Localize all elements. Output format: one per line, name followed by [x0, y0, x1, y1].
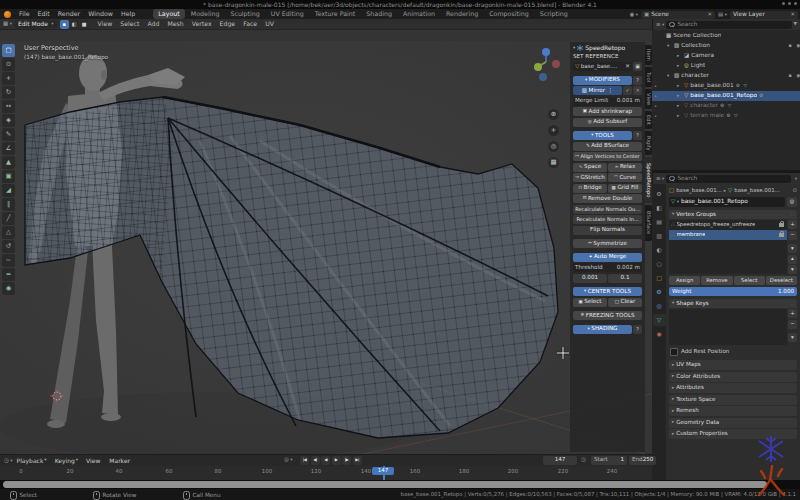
- grid-fill-button[interactable]: ▦Grid Fill: [608, 184, 642, 193]
- vertex-select-mode[interactable]: ▪: [60, 20, 69, 29]
- frame-start-field[interactable]: Start1: [591, 456, 627, 465]
- viewport-menu[interactable]: Edge: [216, 21, 240, 27]
- collapsed-panel-header[interactable]: ▸Color Attributes: [669, 372, 797, 382]
- collapsed-panel-header[interactable]: ▸Geometry Data: [669, 418, 797, 428]
- move-group-down-button[interactable]: ▾: [788, 265, 797, 274]
- outliner-row[interactable]: ▾ ▧ character ▪ ◉ ▣: [652, 71, 800, 81]
- play-button[interactable]: ▶: [332, 456, 341, 465]
- expand-icon[interactable]: ▸: [677, 114, 682, 119]
- add-vertex-group-button[interactable]: +: [788, 220, 797, 229]
- workspace-tab[interactable]: Rendering: [441, 9, 483, 18]
- add-bsurface-button[interactable]: ✎Add BSurface: [573, 142, 642, 151]
- smooth-tool[interactable]: ~: [2, 254, 15, 267]
- npanel-tab[interactable]: Rigify: [645, 131, 652, 155]
- visibility-icons[interactable]: ▪ ◉ ▣: [788, 74, 800, 79]
- npanel-tab[interactable]: BSurface: [645, 205, 652, 241]
- shading-header-button[interactable]: ▾SHADING: [573, 325, 632, 334]
- cursor-tool[interactable]: ⊙: [2, 58, 15, 71]
- viewport-menu[interactable]: Face: [239, 21, 261, 27]
- modifiers-help-button[interactable]: ?: [633, 76, 642, 85]
- viewport-menu[interactable]: UV: [261, 21, 278, 27]
- breadcrumb[interactable]: □base_base.001... ▸ ▽base_base.001... ⊙: [669, 187, 797, 195]
- scene-selector[interactable]: ▣ Scene ✕: [641, 11, 715, 19]
- outliner-item-label[interactable]: Camera: [691, 53, 714, 59]
- next-keyframe-button[interactable]: |▶: [342, 456, 351, 465]
- topbar-menu[interactable]: Help: [117, 11, 139, 17]
- npanel-tab[interactable]: Item: [645, 45, 652, 65]
- viewport-menu[interactable]: Select: [116, 21, 143, 27]
- rotate-tool[interactable]: ↻: [2, 86, 15, 99]
- lock-icon[interactable]: [779, 223, 784, 227]
- collapsed-panel-header[interactable]: ▸UV Maps: [669, 360, 797, 370]
- outliner-item-label[interactable]: character: [690, 103, 718, 109]
- outliner-row[interactable]: • ▸ ▽ base_base.001_Retopo ⚙ ◉ ▣: [652, 91, 800, 101]
- topbar-menu[interactable]: Edit: [34, 11, 54, 17]
- panel-grip-icon[interactable]: ∷: [791, 212, 794, 217]
- properties-tab-world[interactable]: ○: [653, 258, 666, 270]
- outliner-item-label[interactable]: Collection: [681, 43, 710, 49]
- remove-shape-key-button[interactable]: −: [788, 320, 797, 329]
- vertex-group-item[interactable]: ∴ Speedretopo_freeze_unfreeze: [669, 220, 787, 230]
- face-select-mode[interactable]: ■: [80, 20, 89, 29]
- bridge-button[interactable]: ⊓Bridge: [573, 184, 607, 193]
- outliner-row[interactable]: ▸ ◎ Light ◉ ▣: [652, 61, 800, 71]
- zoom-icon[interactable]: ⊕: [548, 109, 559, 120]
- gizmo-z-axis[interactable]: [542, 48, 550, 56]
- scale-tool[interactable]: ↔: [2, 100, 15, 113]
- outliner-row[interactable]: ▾ ▧ Collection ▪ ◉ ▣: [652, 41, 800, 51]
- threshold-preset-low-button[interactable]: 0.001: [573, 274, 607, 283]
- move-group-up-button[interactable]: ▴: [788, 255, 797, 264]
- outliner-item-label[interactable]: character: [681, 73, 709, 79]
- 3d-viewport[interactable]: User Perspective (147) base_base.001_Ret…: [0, 41, 652, 454]
- outliner-item-label[interactable]: terran male: [690, 113, 724, 119]
- playhead-frame-badge[interactable]: 147: [372, 467, 394, 475]
- view-layer-remove-icon[interactable]: ✕: [790, 12, 795, 18]
- jump-to-end-button[interactable]: ▶|: [353, 456, 362, 465]
- center-tools-header-button[interactable]: ▾CENTER TOOLS: [573, 287, 642, 296]
- outliner-item-label[interactable]: base_base.001_Retopo: [690, 93, 757, 99]
- outliner-search-input[interactable]: Search: [666, 21, 791, 29]
- shape-key-specials-dropdown[interactable]: ▾: [788, 333, 797, 342]
- lock-icon[interactable]: [779, 233, 784, 237]
- outliner-filter-icon[interactable]: ▼: [794, 22, 797, 27]
- collapsed-panel-header[interactable]: ▸Attributes: [669, 383, 797, 393]
- panel-grip-icon[interactable]: ∷: [791, 301, 794, 306]
- timeline-menu[interactable]: Keying▾: [51, 458, 82, 464]
- measure-tool[interactable]: ∠: [2, 142, 15, 155]
- flip-normals-button[interactable]: Flip Normals: [573, 226, 642, 235]
- gstretch-button[interactable]: ↝GStretch: [573, 173, 607, 182]
- outliner-row[interactable]: ▦ Scene Collection: [652, 31, 800, 41]
- properties-tab-object[interactable]: □: [653, 272, 666, 284]
- modifiers-header-button[interactable]: ▾MODIFIERS: [573, 76, 632, 85]
- npanel-tab[interactable]: Edit: [645, 111, 652, 129]
- expand-icon[interactable]: ▾: [667, 74, 672, 79]
- outliner-row[interactable]: ▸ ◪ Camera ◉ ▣: [652, 51, 800, 61]
- outliner-display-mode-dropdown[interactable]: ≡: [656, 22, 664, 28]
- perspective-toggle-icon[interactable]: ▦: [548, 157, 559, 168]
- timeline-scrollbar[interactable]: [3, 481, 767, 488]
- keying-clock-icon[interactable]: ◷: [581, 457, 586, 463]
- relax-button[interactable]: ≈Relax: [608, 163, 642, 172]
- fake-user-shield-button[interactable]: ◍: [787, 197, 797, 207]
- viewport-scene[interactable]: [0, 41, 652, 454]
- current-frame-field[interactable]: 147: [543, 456, 577, 465]
- annotate-tool[interactable]: ✎: [2, 128, 15, 141]
- view-layer-selector[interactable]: View Layer ✕: [730, 11, 798, 19]
- mirror-modifier-button[interactable]: ▥Mirror⋮: [573, 86, 622, 95]
- properties-tab-material[interactable]: ◉: [653, 328, 666, 340]
- workspace-tab[interactable]: UV Editing: [266, 9, 309, 18]
- remove-button[interactable]: Remove: [701, 276, 732, 285]
- properties-tab-modifiers[interactable]: ⚙: [653, 286, 666, 298]
- window-buttons[interactable]: [782, 2, 797, 5]
- add-rest-position-checkbox[interactable]: [670, 348, 678, 356]
- timeline-ruler[interactable]: [0, 466, 652, 480]
- extrude-region-tool[interactable]: ▲: [2, 156, 15, 169]
- outliner-item-label[interactable]: base_base.001: [690, 83, 733, 89]
- expand-icon[interactable]: ▸: [677, 84, 682, 89]
- deselect-button[interactable]: Deselect: [766, 276, 797, 285]
- properties-tab-view-layer[interactable]: ▥: [653, 230, 666, 242]
- remove-double-button[interactable]: ⊡Remove Double: [573, 194, 642, 203]
- shading-help-button[interactable]: ?: [633, 325, 642, 334]
- outliner-item-label[interactable]: Scene Collection: [673, 33, 721, 39]
- timeline-menu[interactable]: Playback▾: [13, 458, 51, 464]
